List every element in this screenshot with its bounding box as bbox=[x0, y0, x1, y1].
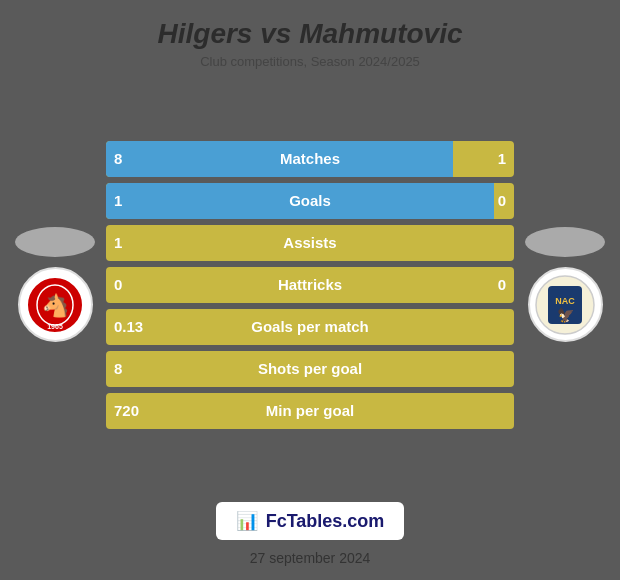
main-content: 🐴 1965 8Matches11Goals01Assists0Hattrick… bbox=[0, 77, 620, 492]
stat-right-value: 1 bbox=[498, 150, 506, 167]
stat-row: 720Min per goal bbox=[106, 393, 514, 429]
subtitle: Club competitions, Season 2024/2025 bbox=[20, 54, 600, 69]
stat-row: 1Assists bbox=[106, 225, 514, 261]
stat-row: 8Shots per goal bbox=[106, 351, 514, 387]
left-ellipse bbox=[15, 227, 95, 257]
nac-badge: NAC 🦅 bbox=[528, 267, 603, 342]
right-team-logo: NAC 🦅 bbox=[520, 227, 610, 342]
stat-label: Assists bbox=[106, 234, 514, 251]
svg-text:🐴: 🐴 bbox=[42, 292, 70, 319]
stats-section: 8Matches11Goals01Assists0Hattricks00.13G… bbox=[100, 141, 520, 429]
svg-text:1965: 1965 bbox=[47, 323, 63, 330]
stat-bar: 1Goals0 bbox=[106, 183, 514, 219]
footer-date: 27 september 2024 bbox=[250, 550, 371, 580]
stat-label: Hattricks bbox=[106, 276, 514, 293]
stat-row: 1Goals0 bbox=[106, 183, 514, 219]
stat-bar: 8Shots per goal bbox=[106, 351, 514, 387]
stat-row: 0Hattricks0 bbox=[106, 267, 514, 303]
right-ellipse bbox=[525, 227, 605, 257]
stat-right-value: 0 bbox=[498, 276, 506, 293]
stat-bar: 0.13Goals per match bbox=[106, 309, 514, 345]
stat-bar: 8Matches1 bbox=[106, 141, 514, 177]
stat-label: Min per goal bbox=[106, 402, 514, 419]
stat-right-value: 0 bbox=[498, 192, 506, 209]
twente-badge: 🐴 1965 bbox=[18, 267, 93, 342]
svg-text:🦅: 🦅 bbox=[557, 307, 575, 324]
svg-text:NAC: NAC bbox=[555, 296, 575, 306]
stat-label: Shots per goal bbox=[106, 360, 514, 377]
stat-bar: 720Min per goal bbox=[106, 393, 514, 429]
header: Hilgers vs Mahmutovic Club competitions,… bbox=[0, 0, 620, 77]
fctables-logo: 📊 FcTables.com bbox=[216, 502, 405, 540]
stat-label: Goals per match bbox=[106, 318, 514, 335]
logo-icon: 📊 bbox=[236, 510, 258, 532]
stat-row: 8Matches1 bbox=[106, 141, 514, 177]
left-team-logo: 🐴 1965 bbox=[10, 227, 100, 342]
logo-text: FcTables.com bbox=[266, 511, 385, 532]
stat-bar: 0Hattricks0 bbox=[106, 267, 514, 303]
stat-label: Goals bbox=[106, 192, 514, 209]
page-title: Hilgers vs Mahmutovic bbox=[20, 18, 600, 50]
stat-row: 0.13Goals per match bbox=[106, 309, 514, 345]
stat-label: Matches bbox=[106, 150, 514, 167]
bottom-section: 📊 FcTables.com 27 september 2024 bbox=[0, 492, 620, 580]
stat-bar: 1Assists bbox=[106, 225, 514, 261]
